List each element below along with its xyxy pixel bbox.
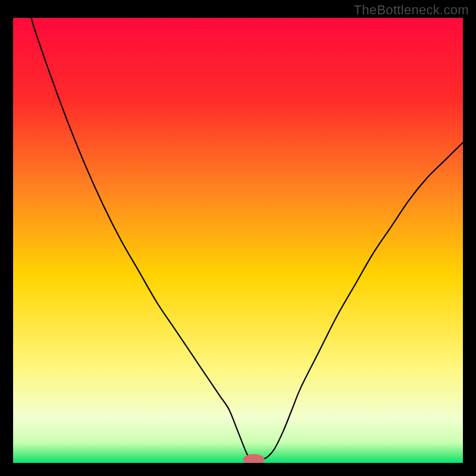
chart-svg [13,18,463,463]
watermark-text: TheBottleneck.com [354,2,469,18]
gradient-background [13,18,463,463]
plot-area [13,18,463,463]
chart-container: TheBottleneck.com [0,0,476,476]
